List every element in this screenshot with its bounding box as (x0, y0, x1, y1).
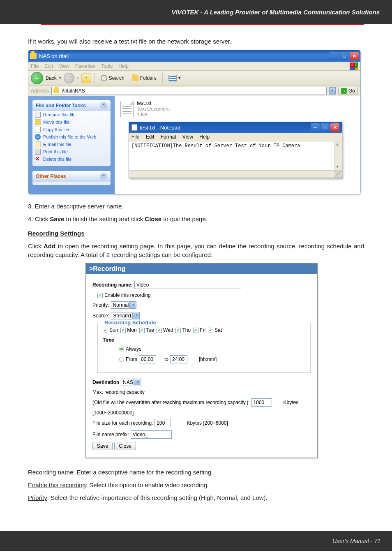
page-header: VIVOTEK - A Leading Provider of Multimed… (0, 0, 392, 24)
priority-desc: Priority: Select the relative importance… (28, 493, 364, 502)
to-input[interactable]: 24:00 (170, 355, 187, 363)
day-wed-checkbox[interactable]: ✓ (157, 328, 162, 333)
step-4: 4. Click Save to finish the setting and … (28, 215, 364, 223)
file-type: Text Document (137, 106, 170, 112)
folders-button[interactable]: Folders (129, 74, 159, 83)
minimize-button[interactable]: ─ (330, 52, 339, 60)
menu-help[interactable]: Help (118, 63, 129, 69)
intro-text: If it works, you will also receive a tes… (28, 37, 364, 46)
notepad-body[interactable]: [NOTIFICATION]The Result of Server Test … (129, 141, 342, 170)
from-radio[interactable] (119, 357, 124, 362)
maxcap-input[interactable]: 1000 (251, 398, 272, 407)
filesize-suffix: Kbytes [200~6000] (187, 420, 228, 426)
filesize-label: File size for each recording: (92, 420, 153, 426)
priority-label: Priority: (92, 302, 109, 308)
file-tasks-box: File and Folder Tasks ⌃ Rename this file… (32, 100, 111, 166)
resize-grip-icon[interactable] (334, 171, 342, 178)
task-delete[interactable]: ✕Delete this file (32, 155, 111, 163)
search-button[interactable]: Search (98, 73, 127, 83)
back-button[interactable]: ← (31, 72, 43, 84)
maximize-button[interactable]: □ (340, 52, 349, 60)
np-menu-help[interactable]: Help (199, 134, 210, 140)
save-button[interactable]: Save (92, 442, 113, 450)
folder-icon (53, 88, 59, 93)
maximize-button[interactable]: □ (321, 123, 330, 132)
menu-favorites[interactable]: Favorites (75, 63, 95, 69)
range-hint: [1000~200000000] (92, 410, 134, 416)
day-thu-checkbox[interactable]: ✓ (175, 328, 181, 333)
notepad-icon (131, 124, 137, 131)
task-copy[interactable]: Copy this file (32, 126, 111, 133)
copy-icon (35, 127, 41, 132)
file-size: 1 KB (137, 112, 170, 118)
task-move[interactable]: Move this file (32, 118, 111, 126)
recording-form: >Recording Recording name: Video ✓ Enabl… (85, 263, 318, 458)
day-fri-checkbox[interactable]: ✓ (193, 328, 198, 333)
explorer-menubar: File Edit View Favorites Tools Help (28, 62, 360, 71)
menu-tools[interactable]: Tools (101, 63, 113, 69)
address-value: \\ritali\NAS (62, 88, 85, 94)
page-footer: User's Manual - 71 (0, 531, 392, 551)
recording-header: >Recording (86, 264, 317, 274)
collapse-icon[interactable]: ⌃ (100, 102, 107, 109)
enable-checkbox[interactable]: ✓ (97, 293, 103, 298)
recording-settings-heading: Recording Settings (28, 230, 85, 237)
recording-name-input[interactable]: Video (134, 281, 241, 289)
rename-icon (35, 112, 41, 118)
other-places-header[interactable]: Other Places ⌃ (32, 171, 111, 182)
explorer-toolbar: ← Back ▾ → ▾ ↑ Search Folders ▾ (28, 71, 360, 86)
np-menu-view[interactable]: View (182, 134, 193, 140)
task-email[interactable]: E-mail this file (32, 141, 111, 148)
scrollbar[interactable] (334, 141, 342, 170)
close-button[interactable]: ✕ (350, 52, 359, 60)
close-button[interactable]: ✕ (330, 123, 339, 132)
move-icon (35, 119, 41, 125)
day-sat-checkbox[interactable]: ✓ (208, 328, 213, 333)
enable-label: Enable this recording (104, 292, 151, 298)
np-menu-file[interactable]: File (131, 134, 139, 140)
day-mon-checkbox[interactable]: ✓ (120, 328, 126, 333)
menu-file[interactable]: File (31, 63, 39, 69)
go-button[interactable]: →Go (338, 87, 358, 95)
address-input[interactable]: \\ritali\NAS (51, 87, 327, 95)
search-icon (101, 75, 107, 81)
from-input[interactable]: 00:00 (139, 355, 156, 363)
filesize-input[interactable]: 200 (154, 419, 171, 427)
priority-select[interactable]: Normal (111, 301, 137, 309)
task-print[interactable]: Print this file (32, 148, 111, 155)
email-icon (35, 141, 41, 147)
source-select[interactable]: Stream1 (111, 312, 139, 319)
menu-view[interactable]: View (59, 63, 69, 69)
day-tue-checkbox[interactable]: ✓ (139, 328, 145, 333)
minimize-button[interactable]: ─ (311, 123, 320, 132)
file-name: test.txt (137, 100, 170, 106)
always-label: Always (126, 346, 141, 352)
recording-settings-text: Click Add to open the recording setting … (28, 242, 364, 259)
tasks-header[interactable]: File and Folder Tasks ⌃ (32, 100, 111, 111)
recording-name-desc: Recording name: Enter a descriptive name… (28, 468, 364, 476)
prefix-input[interactable]: Video_ (131, 430, 172, 439)
explorer-window: NAS on ritali ─ □ ✕ File Edit View Favor… (28, 50, 361, 194)
views-button[interactable]: ▾ (166, 73, 183, 83)
other-places-box: Other Places ⌃ (32, 171, 111, 185)
destination-select[interactable]: NAS (121, 379, 141, 386)
back-dropdown[interactable]: ▾ (59, 76, 61, 80)
fwd-dropdown[interactable]: ▾ (77, 76, 79, 80)
collapse-icon[interactable]: ⌃ (100, 173, 107, 180)
day-sun-checkbox[interactable]: ✓ (103, 328, 108, 333)
np-menu-edit[interactable]: Edit (146, 134, 154, 140)
time-label: Time (103, 337, 305, 343)
explorer-titlebar: NAS on ritali ─ □ ✕ (28, 50, 360, 62)
menu-edit[interactable]: Edit (44, 63, 53, 69)
close-button[interactable]: Close (114, 442, 136, 450)
forward-button[interactable]: → (64, 73, 74, 83)
always-radio[interactable] (119, 347, 124, 352)
task-rename[interactable]: Rename this file (32, 111, 111, 118)
task-publish[interactable]: Publish this file to the Web (32, 133, 111, 141)
up-button[interactable]: ↑ (81, 73, 91, 83)
prefix-label: File name prefix: (92, 432, 129, 437)
np-menu-format[interactable]: Format (161, 134, 176, 140)
file-item[interactable]: test.txt Text Document 1 KB (120, 100, 355, 118)
address-dropdown[interactable]: ▾ (329, 87, 336, 95)
address-label: Address (31, 88, 49, 94)
